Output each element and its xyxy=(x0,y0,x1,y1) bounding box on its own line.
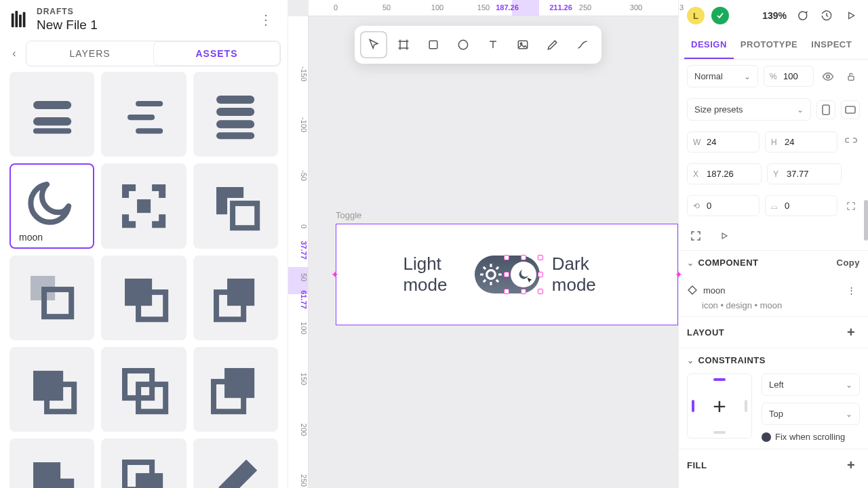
asset-shape2-icon[interactable] xyxy=(101,256,186,340)
asset-grid-scroll[interactable]: moon xyxy=(0,72,288,488)
svg-rect-12 xyxy=(216,120,254,128)
asset-shape6-icon[interactable] xyxy=(193,347,278,432)
right-panel: L 139% DESIGN PROTOTYPE INSPECT Normal⌄ … xyxy=(678,0,868,488)
asset-shape8-icon[interactable] xyxy=(101,439,186,488)
component-more-icon[interactable]: ⋮ xyxy=(842,281,860,299)
x-field[interactable]: X187.26 xyxy=(687,163,762,184)
svg-rect-9 xyxy=(136,128,163,134)
asset-subtract-icon[interactable] xyxy=(193,163,278,248)
ruler-v-tick: -50 xyxy=(288,170,308,181)
constraint-h-select[interactable]: Left⌄ xyxy=(762,373,860,396)
rotation-field[interactable]: ⟲0 xyxy=(687,195,760,216)
selection-handles[interactable] xyxy=(507,258,540,291)
visibility-icon[interactable] xyxy=(819,68,837,85)
blend-mode-select[interactable]: Normal⌄ xyxy=(687,65,758,87)
tab-layers[interactable]: LAYERS xyxy=(26,41,153,66)
tab-inspect[interactable]: INSPECT xyxy=(804,31,859,59)
play-icon[interactable] xyxy=(842,7,860,24)
width-field[interactable]: W24 xyxy=(687,131,760,152)
component-copy[interactable]: Copy xyxy=(837,258,861,268)
independent-corners-icon[interactable] xyxy=(843,197,860,215)
zoom-level[interactable]: 139% xyxy=(762,10,787,21)
asset-pen-icon[interactable] xyxy=(193,439,278,488)
ruler-v-tick: 0 xyxy=(288,224,308,228)
ruler-v-tick: 250 xyxy=(288,474,308,487)
opacity-field[interactable]: %100 xyxy=(764,66,814,87)
asset-list-icon[interactable] xyxy=(101,72,186,157)
comment-icon[interactable] xyxy=(793,7,811,24)
link-wh-icon[interactable] xyxy=(843,134,860,151)
app-logo-icon xyxy=(9,9,30,30)
asset-shape4-icon[interactable] xyxy=(9,347,94,432)
ruler-v-tick: 200 xyxy=(288,424,308,436)
constraint-v-select[interactable]: Top⌄ xyxy=(762,403,860,425)
svg-rect-14 xyxy=(137,199,151,213)
layout-add-icon[interactable]: + xyxy=(842,323,860,341)
asset-shape5-icon[interactable] xyxy=(101,347,186,432)
asset-moon[interactable]: moon xyxy=(9,163,94,248)
svg-point-37 xyxy=(827,75,830,78)
component-diamond-icon xyxy=(687,285,698,296)
constraints-widget[interactable]: + xyxy=(687,373,752,439)
landscape-icon[interactable] xyxy=(841,100,860,119)
ruler-h-tick: 3 xyxy=(679,0,684,15)
frame-toggle[interactable]: ✦ ✦ Light mode xyxy=(336,224,678,325)
tab-assets[interactable]: ASSETS xyxy=(153,41,280,66)
layout-section-title: LAYOUT xyxy=(687,327,724,338)
svg-point-36 xyxy=(487,270,496,279)
panel-tabs: LAYERS ASSETS xyxy=(26,41,281,66)
fix-scrolling-checkbox[interactable]: Fix when scrolling xyxy=(762,432,860,442)
svg-rect-8 xyxy=(127,115,155,120)
file-name[interactable]: New File 1 xyxy=(37,18,254,33)
svg-rect-6 xyxy=(33,128,71,134)
svg-rect-5 xyxy=(33,117,71,125)
asset-focus-icon[interactable] xyxy=(101,163,186,248)
asset-moon-label: moon xyxy=(16,231,45,243)
ruler-h-tick: 100 xyxy=(431,0,443,15)
component-name[interactable]: moon xyxy=(703,285,726,296)
lock-icon[interactable] xyxy=(842,68,860,85)
sun-icon xyxy=(478,262,504,287)
height-field[interactable]: H24 xyxy=(765,131,837,152)
avatar-user-l[interactable]: L xyxy=(687,7,705,24)
file-more-icon[interactable]: ⋮ xyxy=(254,9,278,30)
light-mode-label: Light mode xyxy=(403,253,462,296)
ruler-v-tick: -150 xyxy=(288,66,308,81)
play-small-icon[interactable] xyxy=(715,227,733,245)
ruler-v-tick: 50 xyxy=(288,273,308,281)
tab-prototype[interactable]: PROTOTYPE xyxy=(734,31,804,59)
ruler-h-tick: 250 xyxy=(579,0,591,15)
y-field[interactable]: Y37.77 xyxy=(767,163,842,184)
tab-design[interactable]: DESIGN xyxy=(684,31,734,59)
radius-field[interactable]: ⌓0 xyxy=(765,195,837,216)
svg-rect-13 xyxy=(216,132,254,139)
ruler-horizontal[interactable]: 0 50 100 150 187.26 211.26 250 300 3 xyxy=(309,0,678,16)
portrait-icon[interactable] xyxy=(816,100,835,119)
fill-add-icon[interactable]: + xyxy=(842,456,860,474)
asset-stack-icon[interactable] xyxy=(193,72,278,157)
toggle-switch[interactable] xyxy=(475,256,540,293)
avatar-check[interactable] xyxy=(711,7,729,24)
svg-rect-39 xyxy=(823,105,829,115)
svg-rect-7 xyxy=(136,101,163,106)
svg-rect-40 xyxy=(846,106,855,113)
frame-label[interactable]: Toggle xyxy=(336,210,361,220)
asset-shape3-icon[interactable] xyxy=(193,256,278,340)
asset-shape7-icon[interactable] xyxy=(9,439,94,488)
svg-rect-1 xyxy=(15,11,18,27)
asset-shape1-icon[interactable] xyxy=(9,256,94,340)
ruler-v-tick: 100 xyxy=(288,322,308,334)
asset-menu-icon[interactable] xyxy=(9,72,94,157)
history-icon[interactable] xyxy=(818,7,835,24)
canvas-area[interactable]: 0 50 100 150 187.26 211.26 250 300 3 -15… xyxy=(288,0,678,488)
ruler-h-mark: 187.26 xyxy=(496,0,519,15)
back-chevron-icon[interactable]: ‹ xyxy=(7,47,22,60)
svg-rect-4 xyxy=(33,101,71,109)
size-presets-select[interactable]: Size presets⌄ xyxy=(687,98,811,121)
toggle-knob[interactable] xyxy=(511,262,536,287)
ruler-h-tick: 150 xyxy=(477,0,490,15)
svg-rect-29 xyxy=(50,479,74,488)
resize-to-fit-icon[interactable] xyxy=(687,227,705,245)
ruler-vertical[interactable]: -150 -100 -50 0 37.77 50 61.77 100 150 2… xyxy=(288,16,309,488)
ruler-h-mark: 211.26 xyxy=(549,0,572,15)
